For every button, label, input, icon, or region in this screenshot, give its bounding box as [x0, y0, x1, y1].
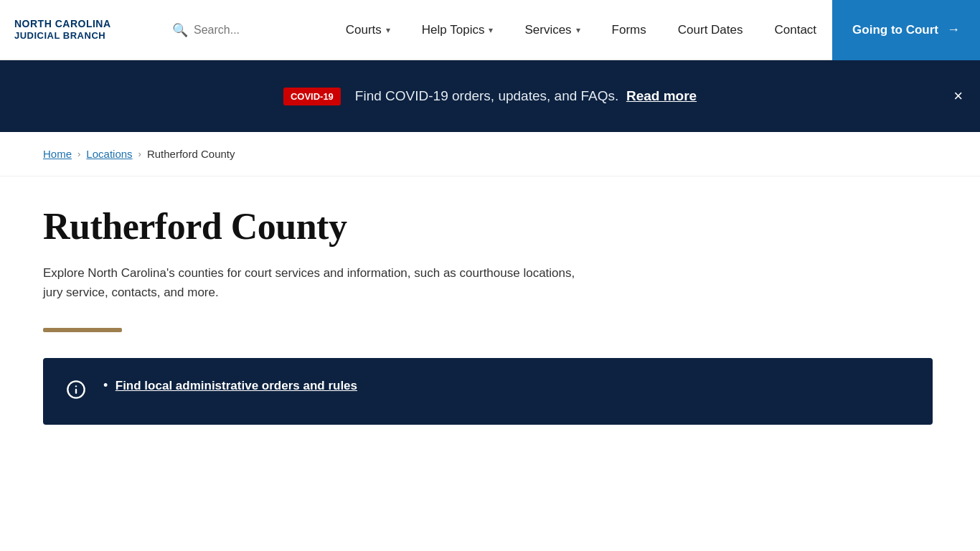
going-to-court-cta[interactable]: Going to Court →	[832, 0, 980, 60]
chevron-down-icon: ▾	[386, 25, 390, 35]
arrow-icon: →	[947, 22, 960, 37]
logo-line2: JUDICIAL BRANCH	[14, 30, 111, 42]
page-title: Rutherford County	[43, 205, 937, 248]
admin-orders-link[interactable]: Find local administrative orders and rul…	[116, 379, 357, 392]
page-description: Explore North Carolina's counties for co…	[43, 263, 588, 302]
covid-read-more-link[interactable]: Read more	[626, 88, 697, 103]
search-input[interactable]	[194, 24, 294, 37]
covid-close-button[interactable]: ×	[953, 88, 963, 104]
accent-divider	[43, 328, 122, 332]
info-box-body: • Find local administrative orders and r…	[103, 378, 357, 393]
search-area: 🔍	[172, 22, 294, 38]
logo-area[interactable]: NORTH CAROLINA JUDICIAL BRANCH	[0, 17, 158, 42]
nav-item-services[interactable]: Services ▾	[509, 0, 595, 60]
nav-item-contact[interactable]: Contact	[758, 0, 832, 60]
search-icon: 🔍	[172, 22, 188, 38]
nav-item-courts[interactable]: Courts ▾	[330, 0, 406, 60]
breadcrumb: Home › Locations › Rutherford County	[0, 132, 980, 176]
logo-line1: NORTH CAROLINA	[14, 17, 111, 30]
info-box: • Find local administrative orders and r…	[43, 358, 933, 425]
breadcrumb-separator-1: ›	[77, 149, 80, 159]
covid-banner: COVID-19 Find COVID-19 orders, updates, …	[0, 60, 980, 132]
nav-item-help-topics[interactable]: Help Topics ▾	[406, 0, 509, 60]
site-header: NORTH CAROLINA JUDICIAL BRANCH 🔍 Courts …	[0, 0, 980, 60]
covid-text: Find COVID-19 orders, updates, and FAQs.…	[355, 88, 697, 104]
breadcrumb-separator-2: ›	[138, 149, 141, 159]
chevron-down-icon: ▾	[576, 25, 580, 35]
chevron-down-icon: ▾	[489, 25, 493, 35]
breadcrumb-locations[interactable]: Locations	[86, 148, 132, 160]
main-nav: Courts ▾ Help Topics ▾ Services ▾ Forms …	[330, 0, 980, 60]
info-circle-icon	[66, 380, 86, 405]
main-content: Rutherford County Explore North Carolina…	[0, 176, 980, 468]
site-logo: NORTH CAROLINA JUDICIAL BRANCH	[14, 17, 111, 42]
breadcrumb-current: Rutherford County	[147, 148, 235, 160]
nav-item-forms[interactable]: Forms	[596, 0, 662, 60]
bullet-icon: •	[103, 378, 108, 392]
nav-item-court-dates[interactable]: Court Dates	[662, 0, 759, 60]
breadcrumb-home[interactable]: Home	[43, 148, 72, 160]
covid-badge: COVID-19	[283, 88, 341, 105]
